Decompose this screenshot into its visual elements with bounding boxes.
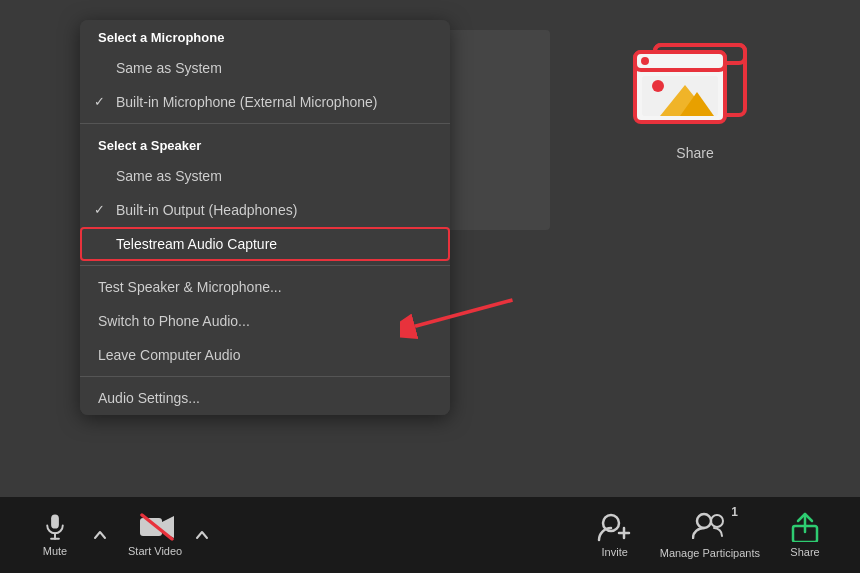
- invite-label: Invite: [602, 546, 628, 558]
- leave-computer-audio[interactable]: Leave Computer Audio: [80, 338, 450, 372]
- divider-2: [80, 265, 450, 266]
- video-label: Start Video: [128, 545, 182, 557]
- divider-3: [80, 376, 450, 377]
- video-icon-container: [139, 513, 171, 541]
- mic-builtin[interactable]: Built-in Microphone (External Microphone…: [80, 85, 450, 119]
- svg-point-6: [641, 57, 649, 65]
- test-speaker-mic[interactable]: Test Speaker & Microphone...: [80, 270, 450, 304]
- video-camera-icon: [139, 513, 175, 541]
- share-icon-area: Share: [630, 30, 760, 161]
- audio-settings[interactable]: Audio Settings...: [80, 381, 450, 415]
- svg-point-8: [652, 80, 664, 92]
- toolbar: Mute Start Video: [0, 497, 860, 573]
- share-screen-graphic: [630, 30, 760, 135]
- mute-label: Mute: [43, 545, 67, 557]
- participants-label: Manage Participants: [660, 547, 760, 559]
- telestream-audio-capture[interactable]: Telestream Audio Capture: [80, 227, 450, 261]
- invite-icon: [597, 512, 633, 542]
- mic-same-as-system[interactable]: Same as System: [80, 51, 450, 85]
- share-label: Share: [790, 546, 819, 558]
- switch-phone-audio[interactable]: Switch to Phone Audio...: [80, 304, 450, 338]
- speaker-builtin[interactable]: Built-in Output (Headphones): [80, 193, 450, 227]
- video-chevron-up[interactable]: [192, 528, 212, 542]
- participants-button[interactable]: 1 Manage Participants: [650, 511, 770, 559]
- svg-rect-13: [51, 515, 59, 529]
- invite-button[interactable]: Invite: [580, 512, 650, 558]
- svg-point-22: [697, 514, 711, 528]
- speaker-section-header: Select a Speaker: [80, 128, 450, 159]
- share-button[interactable]: Share: [770, 512, 840, 558]
- chevron-up-icon-2: [195, 528, 209, 542]
- participants-count: 1: [731, 505, 738, 519]
- participants-icon: [692, 511, 728, 539]
- chevron-up-icon: [93, 528, 107, 542]
- mute-button[interactable]: Mute: [20, 513, 90, 557]
- microphone-section-header: Select a Microphone: [80, 20, 450, 51]
- audio-dropdown-menu: Select a Microphone Same as System Built…: [80, 20, 450, 415]
- participants-icon-wrapper: 1: [692, 511, 728, 543]
- main-area: Join Audio Share Select a Microphone Sam…: [0, 0, 860, 497]
- speaker-same-as-system[interactable]: Same as System: [80, 159, 450, 193]
- start-video-button[interactable]: Start Video: [118, 513, 192, 557]
- divider-1: [80, 123, 450, 124]
- microphone-icon: [41, 513, 69, 541]
- svg-point-23: [711, 515, 723, 527]
- mic-chevron-up[interactable]: [90, 528, 110, 542]
- share-text-label: Share: [676, 145, 713, 161]
- share-icon: [788, 512, 822, 542]
